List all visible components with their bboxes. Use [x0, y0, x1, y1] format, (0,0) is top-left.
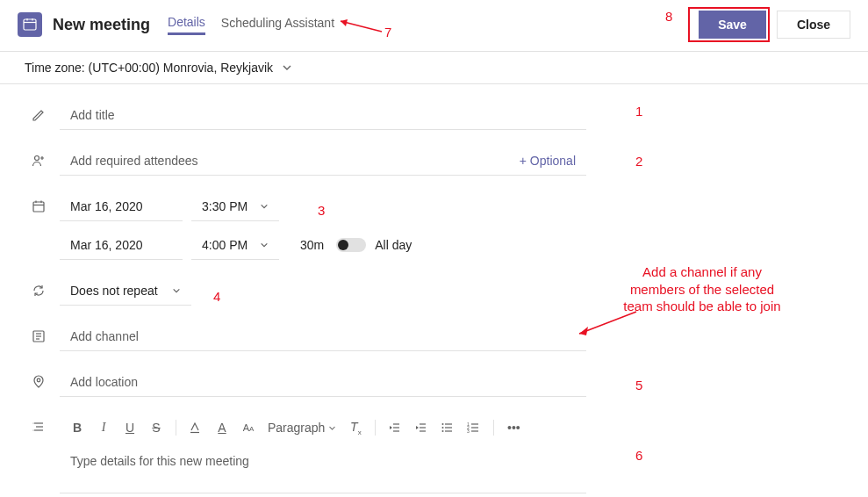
tab-details[interactable]: Details: [168, 15, 205, 35]
svg-rect-0: [24, 19, 36, 30]
channel-icon: [28, 329, 49, 343]
people-add-icon: [28, 154, 49, 168]
more-options-button[interactable]: •••: [506, 421, 520, 435]
underline-button[interactable]: U: [123, 421, 137, 435]
svg-point-17: [33, 423, 34, 424]
details-textarea[interactable]: Type details for this new meeting: [60, 443, 586, 493]
italic-button[interactable]: I: [97, 421, 111, 435]
save-button[interactable]: Save: [699, 11, 766, 39]
attendees-input[interactable]: [70, 154, 520, 168]
meeting-form: + Optional Mar 16, 2020 3:30 PM Mar 16, …: [0, 84, 868, 493]
pencil-icon: [28, 108, 49, 122]
editor-toolbar: B I U S A AA Paragraph Tx: [60, 413, 586, 443]
svg-point-18: [33, 430, 34, 431]
indent-button[interactable]: [414, 421, 428, 434]
title-field-wrapper: [60, 100, 586, 130]
channel-input[interactable]: [70, 329, 576, 343]
numbered-list-button[interactable]: 123: [467, 421, 481, 434]
svg-point-4: [35, 156, 39, 161]
font-size-button[interactable]: AA: [241, 422, 255, 433]
timezone-label: Time zone: (UTC+00:00) Monrovia, Reykjav…: [25, 61, 273, 75]
svg-point-26: [442, 423, 444, 425]
location-field-wrapper: [60, 367, 586, 397]
header: New meeting Details Scheduling Assistant…: [0, 0, 868, 52]
end-time-value: 4:00 PM: [202, 238, 247, 252]
start-time-value: 3:30 PM: [202, 199, 247, 213]
highlight-button[interactable]: [189, 421, 203, 434]
svg-rect-5: [33, 202, 44, 212]
paragraph-style-select[interactable]: Paragraph: [268, 421, 336, 435]
outdent-button[interactable]: [388, 421, 402, 434]
chevron-down-icon: [172, 286, 181, 295]
add-optional-link[interactable]: + Optional: [520, 154, 576, 168]
page-title: New meeting: [53, 16, 150, 34]
font-color-button[interactable]: A: [215, 421, 229, 435]
end-time-field[interactable]: 4:00 PM: [191, 230, 279, 260]
strikethrough-button[interactable]: S: [149, 421, 163, 435]
chevron-down-icon: [260, 202, 269, 211]
repeat-select[interactable]: Does not repeat: [60, 276, 191, 306]
details-icon: [28, 420, 49, 434]
calendar-icon: [28, 199, 49, 213]
repeat-value: Does not repeat: [70, 284, 158, 298]
chevron-down-icon: [282, 62, 292, 73]
channel-field-wrapper: [60, 321, 586, 351]
calendar-app-icon: [18, 12, 42, 37]
timezone-selector[interactable]: Time zone: (UTC+00:00) Monrovia, Reykjav…: [0, 52, 868, 84]
svg-point-27: [442, 427, 444, 429]
bold-button[interactable]: B: [70, 421, 84, 435]
location-icon: [28, 375, 49, 389]
close-button[interactable]: Close: [777, 11, 850, 39]
start-date-field[interactable]: Mar 16, 2020: [60, 191, 183, 221]
title-input[interactable]: [70, 108, 576, 122]
end-date-field[interactable]: Mar 16, 2020: [60, 230, 183, 260]
location-input[interactable]: [70, 375, 576, 389]
svg-point-28: [442, 430, 444, 432]
all-day-toggle[interactable]: [336, 238, 366, 252]
svg-point-13: [37, 378, 40, 382]
save-button-highlight: Save: [688, 7, 770, 42]
clear-formatting-button[interactable]: Tx: [348, 420, 362, 436]
details-editor: B I U S A AA Paragraph Tx: [60, 413, 586, 493]
chevron-down-icon: [260, 241, 269, 249]
bullet-list-button[interactable]: [441, 421, 455, 434]
duration-label: 30m: [300, 238, 324, 252]
svg-text:3: 3: [467, 429, 470, 434]
repeat-icon: [28, 284, 49, 298]
all-day-label: All day: [375, 238, 412, 252]
start-time-field[interactable]: 3:30 PM: [191, 191, 279, 221]
tab-scheduling-assistant[interactable]: Scheduling Assistant: [221, 16, 334, 33]
